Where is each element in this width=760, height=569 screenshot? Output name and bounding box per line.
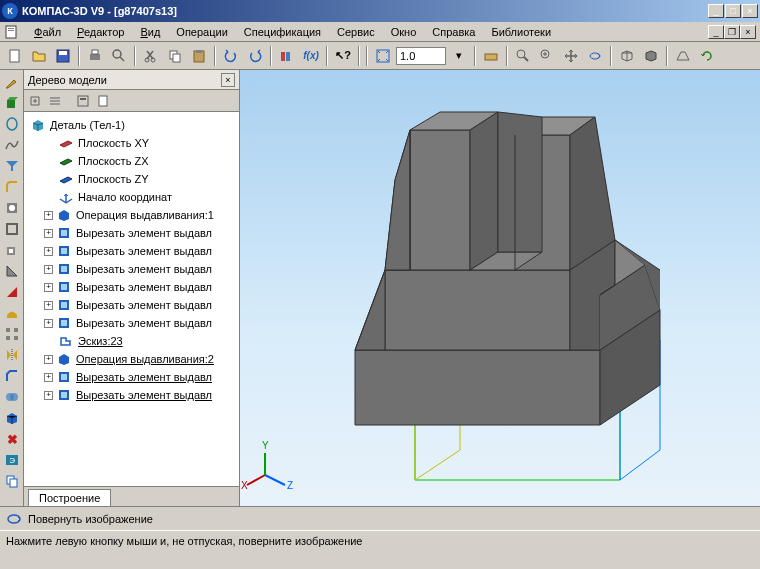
- tree-expand-button[interactable]: [26, 92, 44, 110]
- expand-icon[interactable]: +: [44, 301, 53, 310]
- origin-icon: [58, 189, 74, 205]
- menu-specification[interactable]: Спецификация: [236, 24, 329, 40]
- cut-icon: [56, 261, 72, 277]
- tree-extrude-1[interactable]: + Операция выдавливания:1: [26, 206, 237, 224]
- tree-collapse-button[interactable]: [46, 92, 64, 110]
- expand-icon[interactable]: +: [44, 391, 53, 400]
- help-cursor-button[interactable]: ↖?: [332, 45, 354, 67]
- open-button[interactable]: [28, 45, 50, 67]
- shaded-button[interactable]: [640, 45, 662, 67]
- boolean-button[interactable]: [2, 387, 22, 407]
- scale-dropdown-button[interactable]: ▾: [448, 45, 470, 67]
- hole-button[interactable]: [2, 198, 22, 218]
- tree-plane-zx[interactable]: Плоскость ZX: [26, 152, 237, 170]
- mdi-restore-button[interactable]: ❐: [724, 25, 740, 39]
- variables-button[interactable]: f(x): [300, 45, 322, 67]
- zoom-window-button[interactable]: [512, 45, 534, 67]
- menu-file[interactable]: Файл: [26, 24, 69, 40]
- undo-button[interactable]: [220, 45, 242, 67]
- rotate-button[interactable]: [584, 45, 606, 67]
- svg-rect-42: [78, 96, 88, 106]
- sketch-button[interactable]: [2, 72, 22, 92]
- tree-cut-5[interactable]: + Вырезать элемент выдавл: [26, 296, 237, 314]
- stop-button[interactable]: ✖: [2, 429, 22, 449]
- chamfer-button[interactable]: [2, 366, 22, 386]
- tree-origin[interactable]: Начало координат: [26, 188, 237, 206]
- tree-close-button[interactable]: ×: [221, 73, 235, 87]
- tree-body[interactable]: Деталь (Тел-1) Плоскость XY Плоскость ZX…: [24, 112, 239, 486]
- scale-fit-button[interactable]: [372, 45, 394, 67]
- tree-cut-7[interactable]: + Вырезать элемент выдавл: [26, 368, 237, 386]
- tree-root[interactable]: Деталь (Тел-1): [26, 116, 237, 134]
- svg-rect-3: [10, 50, 19, 62]
- solid-button[interactable]: [2, 408, 22, 428]
- maximize-button[interactable]: □: [725, 4, 741, 18]
- refresh-button[interactable]: [696, 45, 718, 67]
- fillet-button[interactable]: [2, 177, 22, 197]
- tree-plane-xy[interactable]: Плоскость XY: [26, 134, 237, 152]
- expand-icon[interactable]: +: [44, 247, 53, 256]
- expand-icon[interactable]: +: [44, 373, 53, 382]
- tree-cut-3[interactable]: + Вырезать элемент выдавл: [26, 260, 237, 278]
- tree-sketch-23[interactable]: Эскиз:23: [26, 332, 237, 350]
- rib-button[interactable]: [2, 261, 22, 281]
- cut-extrude-button[interactable]: [2, 240, 22, 260]
- menu-libraries[interactable]: Библиотеки: [483, 24, 559, 40]
- menu-service[interactable]: Сервис: [329, 24, 383, 40]
- tree-extrude-2[interactable]: + Операция выдавливания:2: [26, 350, 237, 368]
- menu-operations[interactable]: Операции: [168, 24, 235, 40]
- redo-button[interactable]: [244, 45, 266, 67]
- tree-filter-button[interactable]: [74, 92, 92, 110]
- tree-mode-button[interactable]: [94, 92, 112, 110]
- element-button[interactable]: Э: [2, 450, 22, 470]
- viewport-3d[interactable]: X Y Z: [240, 70, 760, 506]
- extrude-button[interactable]: [2, 93, 22, 113]
- menu-editor[interactable]: Редактор: [69, 24, 132, 40]
- scale-input[interactable]: [396, 47, 446, 65]
- expand-icon[interactable]: +: [44, 211, 53, 220]
- pan-button[interactable]: [560, 45, 582, 67]
- zoom-in-button[interactable]: [536, 45, 558, 67]
- copy-special-button[interactable]: [2, 471, 22, 491]
- preview-button[interactable]: [108, 45, 130, 67]
- shell-button[interactable]: [2, 219, 22, 239]
- menu-window[interactable]: Окно: [383, 24, 425, 40]
- svg-rect-56: [61, 320, 67, 326]
- mdi-close-button[interactable]: ×: [740, 25, 756, 39]
- revolve-button[interactable]: [2, 114, 22, 134]
- expand-icon[interactable]: +: [44, 265, 53, 274]
- close-button[interactable]: ×: [742, 4, 758, 18]
- tree-cut-8[interactable]: + Вырезать элемент выдавл: [26, 386, 237, 404]
- tab-build[interactable]: Построение: [28, 489, 111, 506]
- tree-cut-1[interactable]: + Вырезать элемент выдавл: [26, 224, 237, 242]
- tree-cut-6[interactable]: + Вырезать элемент выдавл: [26, 314, 237, 332]
- minimize-button[interactable]: _: [708, 4, 724, 18]
- tree-cut-2[interactable]: + Вырезать элемент выдавл: [26, 242, 237, 260]
- filter-button[interactable]: [2, 156, 22, 176]
- view-mode-button[interactable]: [480, 45, 502, 67]
- copy-button[interactable]: [164, 45, 186, 67]
- surface-button[interactable]: [2, 303, 22, 323]
- tree-cut-4[interactable]: + Вырезать элемент выдавл: [26, 278, 237, 296]
- spline-button[interactable]: [2, 135, 22, 155]
- save-button[interactable]: [52, 45, 74, 67]
- expand-icon[interactable]: +: [44, 355, 53, 364]
- new-button[interactable]: [4, 45, 26, 67]
- print-button[interactable]: [84, 45, 106, 67]
- mdi-minimize-button[interactable]: _: [708, 25, 724, 39]
- expand-icon[interactable]: +: [44, 229, 53, 238]
- wireframe-button[interactable]: [616, 45, 638, 67]
- perspective-button[interactable]: [672, 45, 694, 67]
- pattern-button[interactable]: [2, 324, 22, 344]
- plane-icon: [58, 135, 74, 151]
- menu-help[interactable]: Справка: [424, 24, 483, 40]
- slope-button[interactable]: [2, 282, 22, 302]
- expand-icon[interactable]: +: [44, 319, 53, 328]
- mirror-button[interactable]: [2, 345, 22, 365]
- menu-view[interactable]: Вид: [132, 24, 168, 40]
- library-button[interactable]: [276, 45, 298, 67]
- cut-button[interactable]: [140, 45, 162, 67]
- expand-icon[interactable]: +: [44, 283, 53, 292]
- paste-button[interactable]: [188, 45, 210, 67]
- tree-plane-zy[interactable]: Плоскость ZY: [26, 170, 237, 188]
